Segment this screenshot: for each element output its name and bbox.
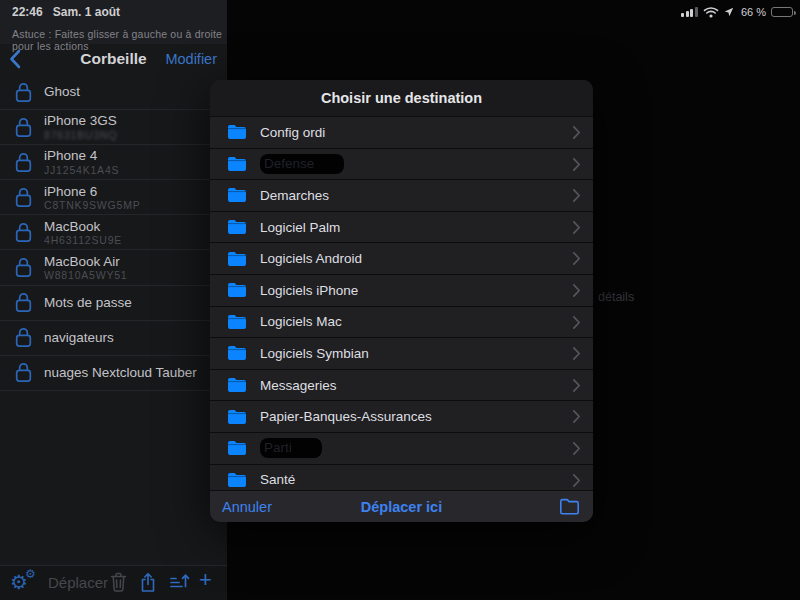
battery-percent: 66 % [741,6,766,18]
move-button[interactable]: Déplacer [48,574,108,591]
lock-icon [15,327,32,348]
folder-icon [227,472,247,488]
item-serial: 87631BU3NQ [44,129,117,141]
folder-icon [227,124,247,140]
folder-row[interactable]: Defense [210,149,593,181]
item-serial: W8810A5WY51 [44,269,128,281]
folder-row[interactable]: Logiciel Palm [210,212,593,244]
folder-icon [227,251,247,267]
folder-label: Parti [260,438,322,458]
folder-row[interactable]: Logiciels Mac [210,307,593,339]
folder-icon [227,409,247,425]
folder-row[interactable]: Config ordi [210,117,593,149]
folder-icon [227,156,247,172]
item-label: iPhone 6 [44,184,141,200]
chevron-right-icon [572,157,581,172]
folder-icon [227,314,247,330]
folder-row[interactable]: Demarches [210,180,593,212]
chevron-right-icon [572,315,581,330]
bottom-toolbar: ⚙ ⚙ Déplacer + [0,565,227,600]
lock-icon [15,222,32,243]
lock-icon [15,82,32,103]
item-label: Ghost [44,84,80,100]
lock-icon [15,187,32,208]
sidebar-item[interactable]: navigateurs [0,321,227,356]
folder-label: Logiciels Mac [260,314,342,329]
sidebar: 22:46 Sam. 1 août Astuce : Faites glisse… [0,0,227,600]
trash-icon[interactable] [110,572,127,592]
status-bar-left: 22:46 Sam. 1 août [12,5,120,19]
sidebar-item[interactable]: MacBook 4H63112SU9E [0,215,227,250]
folder-row[interactable]: Santé [210,465,593,490]
item-serial: C8TNK9SWG5MP [44,199,141,211]
add-icon[interactable]: + [199,567,212,593]
location-arrow-icon [724,7,734,17]
chevron-right-icon [572,251,581,266]
folder-list: Config ordi Defense Demarches [210,117,593,490]
sidebar-item[interactable]: Mots de passe [0,286,227,321]
item-label: nuages Nextcloud Tauber [44,365,197,381]
folder-icon [227,440,247,456]
sidebar-item[interactable]: MacBook Air W8810A5WY51 [0,250,227,285]
folder-label: Demarches [260,188,329,203]
sidebar-item[interactable]: iPhone 4 JJ1254K1A4S [0,145,227,180]
folder-label: Papier-Banques-Assurances [260,409,432,424]
chevron-right-icon [572,125,581,140]
folder-label: Messageries [260,378,337,393]
chevron-right-icon [572,473,581,488]
cellular-signal-icon [681,7,698,17]
folder-icon [227,187,247,203]
screen: détails 66 % [0,0,800,600]
folder-label: Logiciels Android [260,251,362,266]
sidebar-item[interactable]: nuages Nextcloud Tauber [0,356,227,391]
item-serial: JJ1254K1A4S [44,164,119,176]
folder-row[interactable]: Parti [210,433,593,465]
folder-icon [227,282,247,298]
edit-button[interactable]: Modifier [165,51,217,67]
sidebar-header: Corbeille Modifier [0,44,227,75]
modal-footer: Annuler Déplacer ici [210,490,593,522]
lock-icon [15,257,32,278]
share-icon[interactable] [139,572,157,593]
sort-ascending-icon[interactable] [169,572,190,590]
folder-label: Logiciels iPhone [260,283,358,298]
sidebar-item[interactable]: iPhone 6 C8TNK9SWG5MP [0,180,227,215]
sidebar-item[interactable]: Ghost [0,75,227,110]
lock-icon [15,152,32,173]
sidebar-item[interactable]: iPhone 3GS 87631BU3NQ [0,110,227,145]
item-label: iPhone 3GS [44,113,117,129]
chevron-right-icon [572,283,581,298]
clock-text: 22:46 [12,5,43,19]
item-label: navigateurs [44,330,114,346]
battery-icon [771,7,793,18]
folder-label: Defense [260,154,344,174]
chevron-right-icon [572,441,581,456]
cancel-button[interactable]: Annuler [222,499,272,515]
chevron-right-icon [572,220,581,235]
folder-row[interactable]: Logiciels iPhone [210,275,593,307]
folder-label: Santé [260,472,295,487]
modal-title: Choisir une destination [210,80,593,117]
settings-gears-icon[interactable]: ⚙ ⚙ [10,567,40,597]
item-serial: 4H63112SU9E [44,234,122,246]
item-label: iPhone 4 [44,148,119,164]
folder-label: Logiciel Palm [260,220,340,235]
folder-row[interactable]: Logiciels Symbian [210,338,593,370]
folder-row[interactable]: Messageries [210,370,593,402]
lock-icon [15,117,32,138]
folder-row[interactable]: Logiciels Android [210,243,593,275]
folder-icon [227,219,247,235]
detail-hint-text: détails [598,290,634,304]
sidebar-list: Ghost iPhone 3GS 87631BU3NQ iPhone 4 JJ1… [0,75,227,391]
chevron-right-icon [572,378,581,393]
folder-row[interactable]: Papier-Banques-Assurances [210,401,593,433]
new-folder-icon[interactable] [559,498,580,515]
chevron-right-icon [572,188,581,203]
chevron-right-icon [572,346,581,361]
folder-icon [227,345,247,361]
lock-icon [15,362,32,383]
chevron-right-icon [572,409,581,424]
item-label: MacBook Air [44,254,128,270]
folder-icon [227,377,247,393]
wifi-icon [703,6,719,18]
